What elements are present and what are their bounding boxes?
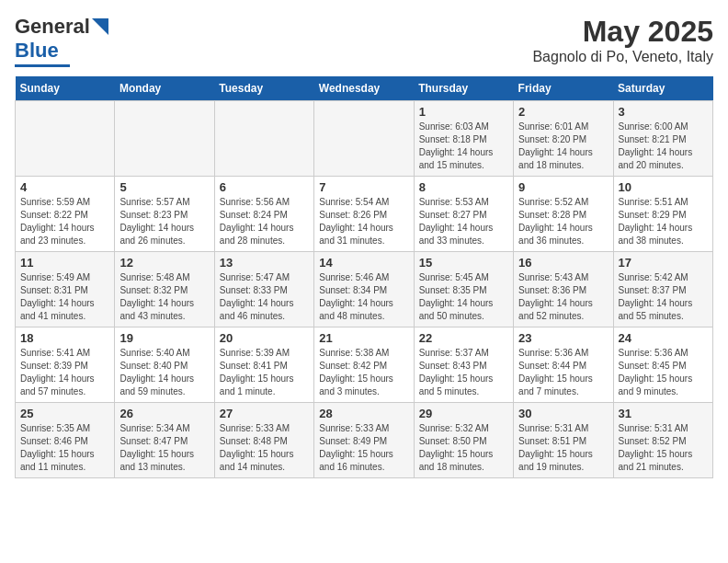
day-number: 14 xyxy=(319,256,408,270)
day-number: 10 xyxy=(619,180,708,194)
calendar-cell: 14Sunrise: 5:46 AM Sunset: 8:34 PM Dayli… xyxy=(314,252,414,327)
day-header-friday: Friday xyxy=(514,76,613,101)
day-number: 11 xyxy=(20,256,109,270)
day-number: 16 xyxy=(518,256,608,270)
calendar-week-row: 18Sunrise: 5:41 AM Sunset: 8:39 PM Dayli… xyxy=(16,327,713,403)
day-number: 28 xyxy=(319,407,408,420)
day-number: 18 xyxy=(20,331,109,345)
day-header-sunday: Sunday xyxy=(16,76,115,101)
page-title: May 2025 xyxy=(532,15,713,49)
day-number: 9 xyxy=(518,180,608,194)
day-info: Sunrise: 5:56 AM Sunset: 8:24 PM Dayligh… xyxy=(220,196,309,247)
day-info: Sunrise: 5:36 AM Sunset: 8:45 PM Dayligh… xyxy=(619,347,708,398)
day-number: 4 xyxy=(20,180,109,194)
calendar-cell: 6Sunrise: 5:56 AM Sunset: 8:24 PM Daylig… xyxy=(214,177,313,252)
calendar-cell: 3Sunrise: 6:00 AM Sunset: 8:21 PM Daylig… xyxy=(613,101,712,177)
logo-arrow-icon xyxy=(92,18,108,35)
day-number: 29 xyxy=(419,407,508,420)
calendar-cell: 9Sunrise: 5:52 AM Sunset: 8:28 PM Daylig… xyxy=(514,177,613,252)
day-info: Sunrise: 5:49 AM Sunset: 8:31 PM Dayligh… xyxy=(20,271,109,323)
day-header-monday: Monday xyxy=(115,76,214,101)
day-number: 5 xyxy=(119,180,209,194)
day-info: Sunrise: 5:32 AM Sunset: 8:50 PM Dayligh… xyxy=(419,422,508,474)
calendar-cell: 13Sunrise: 5:47 AM Sunset: 8:33 PM Dayli… xyxy=(214,252,313,327)
day-number: 26 xyxy=(119,407,209,420)
logo-blue: Blue xyxy=(15,39,59,63)
calendar-cell: 12Sunrise: 5:48 AM Sunset: 8:32 PM Dayli… xyxy=(115,252,214,327)
calendar-cell: 10Sunrise: 5:51 AM Sunset: 8:29 PM Dayli… xyxy=(613,177,712,252)
day-number: 30 xyxy=(518,407,608,420)
calendar-week-row: 1Sunrise: 6:03 AM Sunset: 8:18 PM Daylig… xyxy=(16,101,713,177)
day-number: 12 xyxy=(119,256,209,270)
calendar-cell: 27Sunrise: 5:33 AM Sunset: 8:48 PM Dayli… xyxy=(214,403,313,478)
page-header: General Blue May 2025 Bagnolo di Po, Ven… xyxy=(15,15,713,67)
day-header-tuesday: Tuesday xyxy=(214,76,313,101)
calendar-cell: 24Sunrise: 5:36 AM Sunset: 8:45 PM Dayli… xyxy=(613,327,712,403)
title-block: May 2025 Bagnolo di Po, Veneto, Italy xyxy=(532,15,713,65)
day-info: Sunrise: 5:46 AM Sunset: 8:34 PM Dayligh… xyxy=(319,271,408,323)
day-info: Sunrise: 5:53 AM Sunset: 8:27 PM Dayligh… xyxy=(419,196,508,247)
calendar-table: SundayMondayTuesdayWednesdayThursdayFrid… xyxy=(15,76,713,478)
day-number: 27 xyxy=(220,407,309,420)
day-info: Sunrise: 5:37 AM Sunset: 8:43 PM Dayligh… xyxy=(419,347,508,398)
day-info: Sunrise: 5:40 AM Sunset: 8:40 PM Dayligh… xyxy=(119,347,209,398)
day-info: Sunrise: 6:03 AM Sunset: 8:18 PM Dayligh… xyxy=(419,121,508,172)
calendar-cell: 21Sunrise: 5:38 AM Sunset: 8:42 PM Dayli… xyxy=(314,327,414,403)
logo-general: General xyxy=(15,15,90,39)
calendar-cell: 23Sunrise: 5:36 AM Sunset: 8:44 PM Dayli… xyxy=(514,327,613,403)
day-info: Sunrise: 5:38 AM Sunset: 8:42 PM Dayligh… xyxy=(319,347,408,398)
logo-underline xyxy=(15,64,70,67)
calendar-cell xyxy=(16,101,115,177)
day-info: Sunrise: 5:54 AM Sunset: 8:26 PM Dayligh… xyxy=(319,196,408,247)
day-info: Sunrise: 5:42 AM Sunset: 8:37 PM Dayligh… xyxy=(619,271,708,323)
calendar-cell: 28Sunrise: 5:33 AM Sunset: 8:49 PM Dayli… xyxy=(314,403,414,478)
day-number: 20 xyxy=(220,331,309,345)
day-number: 8 xyxy=(419,180,508,194)
calendar-cell: 25Sunrise: 5:35 AM Sunset: 8:46 PM Dayli… xyxy=(16,403,115,478)
calendar-cell: 15Sunrise: 5:45 AM Sunset: 8:35 PM Dayli… xyxy=(414,252,513,327)
calendar-cell: 11Sunrise: 5:49 AM Sunset: 8:31 PM Dayli… xyxy=(16,252,115,327)
day-info: Sunrise: 5:57 AM Sunset: 8:23 PM Dayligh… xyxy=(119,196,209,247)
day-header-saturday: Saturday xyxy=(613,76,712,101)
day-info: Sunrise: 5:31 AM Sunset: 8:51 PM Dayligh… xyxy=(518,422,608,474)
day-info: Sunrise: 5:51 AM Sunset: 8:29 PM Dayligh… xyxy=(619,196,708,247)
day-number: 31 xyxy=(619,407,708,420)
day-number: 2 xyxy=(518,105,608,119)
day-number: 21 xyxy=(319,331,408,345)
day-header-thursday: Thursday xyxy=(414,76,513,101)
day-number: 6 xyxy=(220,180,309,194)
calendar-cell: 16Sunrise: 5:43 AM Sunset: 8:36 PM Dayli… xyxy=(514,252,613,327)
day-info: Sunrise: 5:43 AM Sunset: 8:36 PM Dayligh… xyxy=(518,271,608,323)
calendar-cell: 17Sunrise: 5:42 AM Sunset: 8:37 PM Dayli… xyxy=(613,252,712,327)
calendar-cell: 5Sunrise: 5:57 AM Sunset: 8:23 PM Daylig… xyxy=(115,177,214,252)
calendar-cell xyxy=(115,101,214,177)
day-info: Sunrise: 5:31 AM Sunset: 8:52 PM Dayligh… xyxy=(619,422,708,474)
logo: General Blue xyxy=(15,15,112,67)
calendar-cell: 20Sunrise: 5:39 AM Sunset: 8:41 PM Dayli… xyxy=(214,327,313,403)
calendar-cell xyxy=(214,101,313,177)
day-number: 23 xyxy=(518,331,608,345)
day-number: 1 xyxy=(419,105,508,119)
calendar-cell: 8Sunrise: 5:53 AM Sunset: 8:27 PM Daylig… xyxy=(414,177,513,252)
calendar-week-row: 11Sunrise: 5:49 AM Sunset: 8:31 PM Dayli… xyxy=(16,252,713,327)
calendar-cell: 4Sunrise: 5:59 AM Sunset: 8:22 PM Daylig… xyxy=(16,177,115,252)
calendar-cell: 1Sunrise: 6:03 AM Sunset: 8:18 PM Daylig… xyxy=(414,101,513,177)
calendar-cell: 31Sunrise: 5:31 AM Sunset: 8:52 PM Dayli… xyxy=(613,403,712,478)
day-number: 22 xyxy=(419,331,508,345)
day-info: Sunrise: 5:33 AM Sunset: 8:49 PM Dayligh… xyxy=(319,422,408,474)
page-subtitle: Bagnolo di Po, Veneto, Italy xyxy=(532,49,713,65)
day-number: 7 xyxy=(319,180,408,194)
calendar-cell: 29Sunrise: 5:32 AM Sunset: 8:50 PM Dayli… xyxy=(414,403,513,478)
day-number: 19 xyxy=(119,331,209,345)
day-number: 17 xyxy=(619,256,708,270)
day-info: Sunrise: 6:00 AM Sunset: 8:21 PM Dayligh… xyxy=(619,121,708,172)
calendar-week-row: 25Sunrise: 5:35 AM Sunset: 8:46 PM Dayli… xyxy=(16,403,713,478)
calendar-cell: 18Sunrise: 5:41 AM Sunset: 8:39 PM Dayli… xyxy=(16,327,115,403)
calendar-cell: 30Sunrise: 5:31 AM Sunset: 8:51 PM Dayli… xyxy=(514,403,613,478)
calendar-cell xyxy=(314,101,414,177)
day-number: 3 xyxy=(619,105,708,119)
calendar-cell: 22Sunrise: 5:37 AM Sunset: 8:43 PM Dayli… xyxy=(414,327,513,403)
day-number: 13 xyxy=(220,256,309,270)
day-info: Sunrise: 5:47 AM Sunset: 8:33 PM Dayligh… xyxy=(220,271,309,323)
calendar-header-row: SundayMondayTuesdayWednesdayThursdayFrid… xyxy=(16,76,713,101)
